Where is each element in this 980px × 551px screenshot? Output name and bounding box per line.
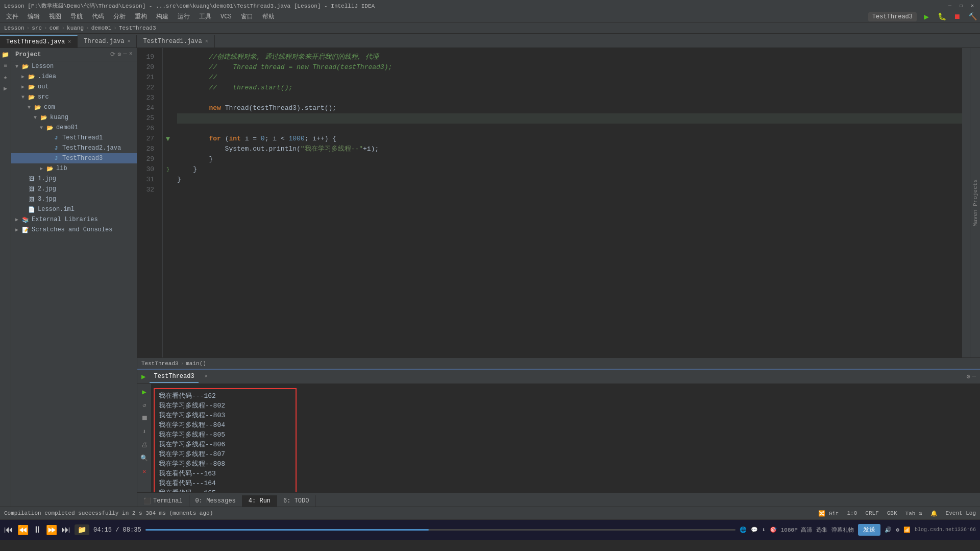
bullet-icon[interactable]: 🎯 [770, 526, 777, 533]
project-icon[interactable]: 📁 [1, 50, 10, 59]
menu-analyze[interactable]: 分析 [109, 11, 130, 22]
quality-selector[interactable]: 选集 [816, 526, 827, 534]
progress-bar[interactable] [145, 529, 736, 531]
taskbar-folder-btn[interactable]: 📁 [75, 524, 89, 535]
tab-testthread1[interactable]: TestThread1.java × [137, 35, 214, 47]
fold-icon-30[interactable]: } [163, 164, 173, 175]
run-settings-icon[interactable]: ⚙ [967, 373, 970, 380]
tree-item-demo01[interactable]: ▼ 📂 demo01 [11, 123, 137, 133]
breadcrumb-item-kuang[interactable]: kuang [67, 25, 84, 31]
taskbar-play-btn[interactable]: ⏮ [4, 524, 13, 535]
maximize-button[interactable]: ☐ [958, 2, 965, 9]
run-stop-button[interactable]: ⏹ [139, 413, 150, 424]
tab-thread[interactable]: Thread.java × [78, 35, 137, 47]
run-tab[interactable]: 4: Run [242, 495, 277, 507]
tree-item-testthread3[interactable]: J TestThread3 [11, 153, 137, 163]
tree-item-2jpg[interactable]: 🖼 2.jpg [11, 184, 137, 194]
menu-window[interactable]: 窗口 [237, 11, 257, 22]
run-close-icon[interactable]: × [205, 374, 208, 379]
terminal-tab[interactable]: ⬛ Terminal [137, 495, 189, 507]
run-button[interactable]: ▶ [921, 11, 932, 22]
breadcrumb-item-demo01[interactable]: demo01 [91, 25, 112, 31]
menu-run[interactable]: 运行 [174, 11, 194, 22]
gear-icon[interactable]: ⚙ [117, 51, 121, 58]
run-filter-button[interactable]: 🔍 [139, 452, 150, 464]
favorites-icon[interactable]: ★ [1, 73, 10, 82]
menu-code[interactable]: 代码 [88, 11, 108, 22]
tree-item-lesson[interactable]: ▼ 📂 Lesson [11, 61, 137, 71]
run-scroll-end-button[interactable]: ⬇ [139, 426, 150, 437]
chat-icon[interactable]: 💬 [751, 526, 758, 533]
git-branch[interactable]: 🔀 Git [818, 510, 839, 517]
run-close-panel-button[interactable]: ✕ [139, 466, 150, 477]
tree-item-out[interactable]: ▶ 📂 out [11, 82, 137, 92]
breadcrumb-item-testthread3[interactable]: TestThread3 [119, 25, 156, 31]
settings-icon[interactable]: ⚙ [896, 526, 899, 533]
run-icon-left[interactable]: ▶ [1, 84, 10, 93]
maven-panel[interactable]: Maven Projects [970, 48, 980, 357]
tree-item-testthread2[interactable]: J TestThread2.java [11, 143, 137, 153]
tree-item-lesson-iml[interactable]: 📄 Lesson.iml [11, 204, 137, 214]
menu-vcs[interactable]: VCS [216, 12, 236, 21]
tree-item-testthread1[interactable]: J TestThread1 [11, 133, 137, 143]
menu-refactor[interactable]: 重构 [131, 11, 151, 22]
taskbar-next-btn[interactable]: ⏩ [46, 524, 57, 536]
debug-button[interactable]: 🐛 [936, 11, 947, 22]
tree-item-idea[interactable]: ▶ 📂 .idea [11, 71, 137, 82]
code-editor[interactable]: //创建线程对象, 通过线程对象来开启我们的线程, 代理 // Thread t… [173, 48, 962, 357]
tree-item-1jpg[interactable]: 🖼 1.jpg [11, 174, 137, 184]
tree-item-kuang[interactable]: ▼ 📂 kuang [11, 112, 137, 123]
menu-tools[interactable]: 工具 [195, 11, 215, 22]
menu-help[interactable]: 帮助 [258, 11, 279, 22]
fold-icon-27[interactable]: ▼ [163, 134, 173, 144]
menu-view[interactable]: 视图 [45, 11, 65, 22]
breadcrumb-item-com[interactable]: com [50, 25, 60, 31]
send-button[interactable]: 发送 [858, 524, 880, 536]
todo-tab[interactable]: 6: TODO [277, 495, 315, 507]
download-icon[interactable]: ⬇ [762, 526, 766, 533]
encoding-indicator[interactable]: GBK [887, 510, 897, 516]
indent-indicator[interactable]: Tab ↹ [905, 510, 922, 517]
tree-item-com[interactable]: ▼ 📂 com [11, 102, 137, 112]
taskbar-prev-btn[interactable]: ⏪ [17, 524, 29, 536]
run-config-selector[interactable]: TestThread3 [868, 12, 917, 21]
messages-tab[interactable]: 0: Messages [189, 495, 242, 507]
tree-item-lib[interactable]: ▶ 📂 lib [11, 163, 137, 174]
tab-close-testthread3[interactable]: × [68, 39, 71, 45]
close-button[interactable]: ✕ [969, 2, 976, 9]
tree-item-src[interactable]: ▼ 📂 src [11, 92, 137, 102]
network-icon[interactable]: 📶 [903, 526, 911, 533]
code-bc-main[interactable]: main() [186, 361, 206, 367]
run-output[interactable]: 我在看代码---162 我在学习多线程--802 我在学习多线程--803 我在… [152, 384, 980, 492]
taskbar-pause-btn[interactable]: ⏸ [33, 524, 42, 535]
event-log-icon[interactable]: 🔔 [930, 510, 938, 517]
tree-item-external-libraries[interactable]: ▶ 📚 External Libraries [11, 214, 137, 225]
code-bc-testthread3[interactable]: TestThread3 [141, 361, 179, 367]
run-rerun-button[interactable]: ↺ [139, 399, 150, 411]
menu-build[interactable]: 构建 [152, 11, 173, 22]
close-sidebar-icon[interactable]: × [129, 51, 133, 58]
menu-navigate[interactable]: 导航 [66, 11, 87, 22]
tree-item-3jpg[interactable]: 🖼 3.jpg [11, 194, 137, 204]
browser-icon[interactable]: 🌐 [740, 526, 747, 533]
run-print-button[interactable]: 🖨 [139, 439, 150, 450]
minimize-button[interactable]: — [946, 2, 953, 9]
crlf-indicator[interactable]: CRLF [865, 510, 878, 516]
build-button[interactable]: 🔨 [967, 11, 978, 22]
collapse-icon[interactable]: — [124, 51, 127, 58]
menu-edit[interactable]: 编辑 [23, 11, 44, 22]
run-tab-active[interactable]: TestThread3 [150, 371, 198, 383]
tree-item-scratches[interactable]: ▶ 📝 Scratches and Consoles [11, 225, 137, 235]
volume-icon[interactable]: 🔊 [885, 526, 892, 533]
structure-icon[interactable]: ≡ [1, 61, 10, 70]
run-play-button[interactable]: ▶ [139, 386, 150, 397]
tab-close-testthread1[interactable]: × [205, 39, 208, 44]
menu-file[interactable]: 文件 [2, 11, 22, 22]
run-minimize-icon[interactable]: — [972, 373, 976, 380]
event-log-label[interactable]: Event Log [946, 510, 976, 516]
sync-icon[interactable]: ⟳ [110, 51, 115, 58]
taskbar-end-btn[interactable]: ⏭ [61, 524, 70, 535]
stop-button[interactable]: ⏹ [951, 11, 963, 22]
tab-close-thread[interactable]: × [127, 39, 130, 44]
tab-testthread3[interactable]: TestThread3.java × [0, 35, 78, 47]
